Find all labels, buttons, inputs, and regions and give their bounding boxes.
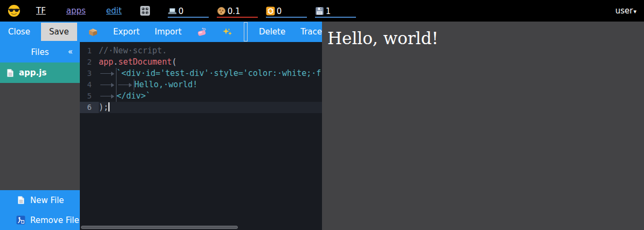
line-content: ); bbox=[99, 102, 322, 113]
code-line-4[interactable]: 4Hello,·world! bbox=[80, 79, 322, 90]
file-icon bbox=[5, 68, 15, 78]
stat-floppy-disk[interactable]: 1 bbox=[315, 4, 356, 18]
empty-toolbar-box[interactable] bbox=[244, 22, 248, 41]
line-content: `<div·id='test-div'·style='color:·white;… bbox=[99, 68, 322, 79]
line-number: 1 bbox=[80, 45, 99, 57]
line-number: 6 bbox=[80, 102, 99, 113]
new-file-button[interactable]: New File bbox=[0, 190, 80, 210]
sunglasses-face-icon bbox=[8, 4, 20, 17]
file-name: app.js bbox=[19, 68, 46, 78]
stat-refresh[interactable]: 0 bbox=[266, 4, 307, 18]
line-number: 3 bbox=[80, 68, 99, 79]
export-button[interactable]: Export bbox=[113, 27, 140, 37]
files-header: Files « bbox=[0, 42, 80, 62]
chevron-down-icon: ▾ bbox=[633, 8, 636, 15]
file-list: app.js bbox=[0, 62, 80, 190]
stat-value: 0 bbox=[277, 7, 282, 16]
topbar-link-tf[interactable]: TF bbox=[36, 6, 46, 16]
close-button[interactable]: Close bbox=[8, 27, 30, 37]
code-token: ); bbox=[99, 102, 108, 112]
topbar-stats: 00.101 bbox=[168, 4, 356, 18]
remove-file-icon bbox=[16, 215, 25, 225]
code-token: . bbox=[113, 57, 118, 67]
code-token: //·New·script. bbox=[99, 46, 167, 55]
package-icon[interactable] bbox=[88, 27, 98, 37]
import-button[interactable]: Import bbox=[155, 27, 182, 37]
workspace: Files « app.js New FileRemove File 1//·N… bbox=[0, 42, 322, 230]
user-menu[interactable]: user▾ bbox=[615, 6, 636, 16]
main-area: CloseSaveExportImportDeleteTrace Files «… bbox=[0, 22, 644, 230]
horizontal-scrollbar[interactable] bbox=[81, 226, 238, 229]
files-header-title: Files bbox=[31, 47, 49, 57]
stat-cookie[interactable]: 0.1 bbox=[217, 4, 258, 18]
user-menu-label: user bbox=[615, 6, 633, 16]
line-content: //·New·script. bbox=[99, 45, 322, 57]
code-token: setDocument bbox=[118, 57, 172, 67]
topbar-link-edit[interactable]: edit bbox=[106, 6, 122, 16]
editor-pane: CloseSaveExportImportDeleteTrace Files «… bbox=[0, 22, 322, 230]
action-label: New File bbox=[30, 196, 64, 205]
code-line-3[interactable]: 3`<div·id='test-div'·style='color:·white… bbox=[80, 68, 322, 79]
trace-button[interactable]: Trace bbox=[300, 27, 322, 37]
line-content: </div>` bbox=[99, 90, 322, 102]
code-editor[interactable]: 1//·New·script.2app.setDocument(3`<div·i… bbox=[80, 42, 322, 230]
line-content: app.setDocument( bbox=[99, 57, 322, 68]
topbar-links: TFappsedit bbox=[36, 6, 122, 16]
sidebar-collapse-button[interactable]: « bbox=[68, 47, 73, 57]
output-text: Hello, world! bbox=[327, 29, 644, 48]
line-number: 5 bbox=[80, 90, 99, 102]
editor-toolbar: CloseSaveExportImportDeleteTrace bbox=[0, 22, 322, 42]
sparkles-icon[interactable] bbox=[222, 27, 232, 37]
new-file-icon bbox=[16, 196, 25, 205]
line-number: 2 bbox=[80, 57, 99, 68]
line-content: Hello,·world! bbox=[99, 79, 322, 90]
stat-value: 0.1 bbox=[228, 7, 241, 16]
code-token: ( bbox=[172, 57, 176, 67]
stat-value: 1 bbox=[326, 7, 331, 16]
floppy-disk-icon bbox=[315, 6, 324, 16]
app-window: TFappsedit 00.101 user▾ CloseSaveExportI… bbox=[0, 0, 644, 230]
sidebar-actions: New FileRemove File bbox=[0, 190, 80, 230]
refresh-icon bbox=[266, 6, 275, 16]
files-sidebar: Files « app.js New FileRemove File bbox=[0, 42, 80, 230]
tab-arrow-icon bbox=[99, 79, 117, 90]
code-line-2[interactable]: 2app.setDocument( bbox=[80, 57, 322, 68]
remove-file-button[interactable]: Remove File bbox=[0, 210, 80, 230]
tab-arrow-icon bbox=[99, 90, 117, 102]
code-token: Hello,·world! bbox=[134, 80, 197, 89]
file-item-app.js[interactable]: app.js bbox=[0, 62, 80, 83]
control-knobs-icon[interactable] bbox=[140, 5, 150, 16]
cookie-icon bbox=[217, 6, 226, 16]
topbar: TFappsedit 00.101 user▾ bbox=[0, 0, 644, 22]
tab-arrow-icon bbox=[117, 79, 134, 90]
soap-icon[interactable] bbox=[197, 27, 207, 37]
save-button[interactable]: Save bbox=[41, 23, 77, 41]
code-token: app bbox=[99, 57, 113, 67]
tab-arrow-icon bbox=[99, 68, 117, 79]
code-token: </div>` bbox=[117, 91, 150, 101]
delete-button[interactable]: Delete bbox=[259, 27, 285, 37]
code-token: `<div·id='test-div'·style='color:·white;… bbox=[117, 68, 321, 78]
line-number: 4 bbox=[80, 79, 99, 90]
text-cursor bbox=[108, 102, 109, 111]
output-panel: Hello, world! bbox=[322, 22, 644, 230]
code-line-1[interactable]: 1//·New·script. bbox=[80, 45, 322, 57]
code-line-5[interactable]: 5</div>` bbox=[80, 90, 322, 102]
laptop-icon bbox=[168, 6, 177, 16]
topbar-link-apps[interactable]: apps bbox=[66, 6, 86, 16]
stat-laptop[interactable]: 0 bbox=[168, 4, 209, 18]
stat-value: 0 bbox=[179, 7, 184, 16]
action-label: Remove File bbox=[30, 215, 79, 225]
code-line-6[interactable]: 6); bbox=[80, 102, 322, 113]
